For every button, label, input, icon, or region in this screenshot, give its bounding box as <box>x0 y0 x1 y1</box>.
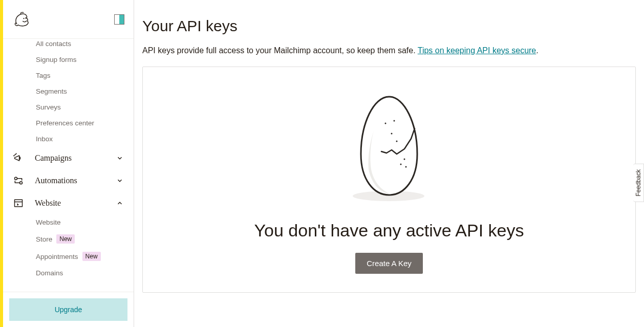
create-key-button[interactable]: Create A Key <box>355 253 423 274</box>
svg-point-12 <box>405 166 407 168</box>
sidebar-item-website[interactable]: Website <box>3 192 134 214</box>
megaphone-icon <box>13 153 24 163</box>
new-badge: New <box>56 234 75 244</box>
sidebar-item-domains[interactable]: Domains <box>36 265 134 281</box>
main-content: Your API keys API keys provide full acce… <box>134 0 644 327</box>
chevron-down-icon <box>116 155 123 162</box>
svg-point-11 <box>404 159 405 160</box>
sidebar-item-signup-forms[interactable]: Signup forms <box>36 52 134 68</box>
svg-point-9 <box>391 133 393 135</box>
sidebar-nav-scroll[interactable]: All contacts Signup forms Tags Segments … <box>3 39 134 292</box>
svg-point-8 <box>394 120 395 122</box>
mailchimp-logo-icon[interactable] <box>12 10 31 29</box>
desc-prefix: API keys provide full access to your Mai… <box>142 46 418 55</box>
sidebar-item-segments[interactable]: Segments <box>36 83 134 99</box>
chevron-up-icon <box>116 200 123 207</box>
sidebar-footer: Upgrade <box>3 292 134 327</box>
sidebar-nav-main: Campaigns Automations Websit <box>3 147 134 214</box>
sidebar-sub-audience: All contacts Signup forms Tags Segments … <box>3 39 134 147</box>
sidebar-item-inbox[interactable]: Inbox <box>36 131 134 147</box>
sidebar-item-automations[interactable]: Automations <box>3 169 134 192</box>
sidebar-item-store[interactable]: StoreNew <box>36 230 134 248</box>
svg-rect-4 <box>15 200 23 206</box>
tips-link[interactable]: Tips on keeping API keys secure <box>418 46 536 55</box>
api-keys-empty-card: You don't have any active API keys Creat… <box>142 67 636 293</box>
sidebar-item-tags[interactable]: Tags <box>36 68 134 83</box>
sidebar: All contacts Signup forms Tags Segments … <box>3 0 134 327</box>
upgrade-button[interactable]: Upgrade <box>9 298 127 321</box>
page-title: Your API keys <box>142 17 636 35</box>
automations-icon <box>13 176 24 186</box>
sidebar-header <box>3 0 134 39</box>
sidebar-item-appointments[interactable]: AppointmentsNew <box>36 248 134 265</box>
sidebar-item-campaigns[interactable]: Campaigns <box>3 147 134 169</box>
page-description: API keys provide full access to your Mai… <box>142 46 636 55</box>
desc-suffix: . <box>536 46 538 55</box>
sidebar-sub-website: Website StoreNew AppointmentsNew Domains <box>3 214 134 281</box>
empty-state-heading: You don't have any active API keys <box>254 221 524 241</box>
chevron-down-icon <box>116 177 123 184</box>
new-badge: New <box>82 252 101 261</box>
svg-point-7 <box>385 123 387 124</box>
svg-point-1 <box>25 17 26 18</box>
svg-point-0 <box>23 18 24 19</box>
sidebar-item-surveys[interactable]: Surveys <box>36 99 134 115</box>
feedback-tab[interactable]: Feedback <box>633 164 644 202</box>
sidebar-item-website-sub[interactable]: Website <box>36 214 134 230</box>
svg-point-13 <box>400 164 402 165</box>
panel-toggle-icon[interactable] <box>114 14 124 25</box>
sidebar-item-preferences-center[interactable]: Preferences center <box>36 115 134 131</box>
website-icon <box>13 198 24 208</box>
egg-illustration-icon <box>346 93 433 205</box>
sidebar-item-all-contacts[interactable]: All contacts <box>36 39 134 52</box>
svg-point-10 <box>396 141 398 142</box>
